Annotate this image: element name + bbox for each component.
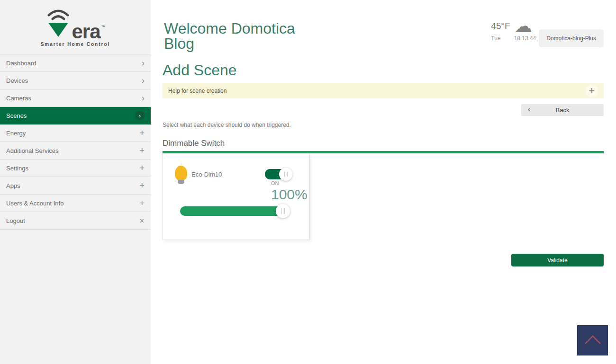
vera-v-icon — [45, 8, 72, 40]
plus-icon: + — [139, 129, 145, 137]
sidebar-item-label: Additional Services — [6, 147, 59, 154]
cloud-icon: ☁ — [514, 19, 532, 33]
temperature-value: 45°F — [491, 21, 510, 31]
sidebar-item-label: Devices — [6, 77, 28, 84]
device-category-title: Dimmable Switch — [163, 139, 225, 148]
dimmer-slider-fill — [180, 206, 289, 216]
sidebar-item-label: Energy — [6, 130, 26, 137]
sidebar-item-cameras[interactable]: Cameras › — [0, 89, 151, 107]
chevron-right-icon: › — [142, 94, 145, 102]
controller-selector[interactable]: Domotica-blog-Plus — [539, 29, 604, 47]
sidebar-item-label: Logout — [6, 217, 25, 224]
toggle-knob[interactable] — [279, 168, 292, 181]
weather-widget: 45°F ☁ Tue 18:13:44 — [491, 19, 536, 42]
sidebar-item-label: Scenes — [6, 112, 27, 119]
validate-button-label: Validate — [547, 257, 567, 264]
logo-tagline: Smarter Home Control — [41, 42, 110, 47]
sidebar-item-label: Apps — [6, 182, 20, 189]
sidebar-item-label: Cameras — [6, 95, 31, 102]
sidebar: era ™ Smarter Home Control Dashboard › D… — [0, 0, 151, 364]
expand-plus-icon[interactable]: + — [586, 85, 598, 97]
page-title: Add Scene — [163, 62, 237, 79]
plus-icon: + — [139, 181, 145, 190]
chevron-up-icon — [581, 332, 604, 348]
toggle-state-label: ON — [271, 180, 279, 186]
sidebar-item-label: Settings — [6, 165, 28, 172]
sidebar-item-energy[interactable]: Energy + — [0, 124, 151, 142]
sidebar-item-label: Dashboard — [6, 60, 36, 67]
sidebar-item-apps[interactable]: Apps + — [0, 177, 151, 195]
vera-wordmark: era — [72, 24, 100, 40]
sidebar-item-scenes[interactable]: Scenes › — [0, 107, 151, 124]
help-accordion-label: Help for scene creation — [168, 88, 226, 94]
trademark-symbol: ™ — [101, 25, 106, 29]
on-off-toggle[interactable] — [265, 169, 287, 179]
sidebar-menu: Dashboard › Devices › Cameras › Scenes ›… — [0, 54, 151, 230]
sidebar-item-devices[interactable]: Devices › — [0, 72, 151, 89]
close-icon: ✕ — [139, 218, 145, 224]
sidebar-item-settings[interactable]: Settings + — [0, 160, 151, 177]
chevron-right-icon: › — [142, 76, 145, 85]
sidebar-item-dashboard[interactable]: Dashboard › — [0, 54, 151, 72]
plus-icon: + — [139, 164, 145, 172]
sidebar-item-logout[interactable]: Logout ✕ — [0, 212, 151, 230]
welcome-heading: Welcome Domotica Blog — [164, 21, 306, 51]
dimmer-slider[interactable] — [180, 206, 289, 216]
validate-button[interactable]: Validate — [511, 254, 604, 266]
chevron-right-icon: › — [135, 111, 145, 120]
back-button-label: Back — [521, 107, 604, 114]
dimmer-slider-handle[interactable] — [276, 204, 290, 218]
vera-logo: era ™ Smarter Home Control — [0, 0, 151, 54]
sidebar-item-label: Users & Account Info — [6, 200, 63, 207]
main-content: Welcome Domotica Blog 45°F ☁ Tue 18:13:4… — [151, 0, 616, 364]
clock-time: 18:13:44 — [514, 35, 536, 42]
dim-level-value: 100% — [271, 186, 308, 203]
device-name: Eco-Dim10 — [191, 171, 222, 178]
header-right: 45°F ☁ Tue 18:13:44 Domotica-blog-Plus — [491, 19, 604, 47]
weekday-label: Tue — [491, 35, 500, 42]
plus-icon: + — [139, 199, 145, 207]
sidebar-item-additional-services[interactable]: Additional Services + — [0, 142, 151, 160]
chevron-right-icon: › — [142, 59, 145, 67]
help-accordion[interactable]: Help for scene creation + — [163, 83, 604, 98]
device-card: Eco-Dim10 ON 100% — [163, 153, 310, 240]
back-button[interactable]: ‹ Back — [521, 104, 604, 116]
sidebar-item-users-account-info[interactable]: Users & Account Info + — [0, 195, 151, 212]
plus-icon: + — [139, 146, 145, 155]
instruction-text: Select what each device should do when t… — [163, 122, 291, 128]
light-bulb-icon — [175, 166, 187, 184]
scroll-to-top-button[interactable] — [577, 325, 608, 355]
